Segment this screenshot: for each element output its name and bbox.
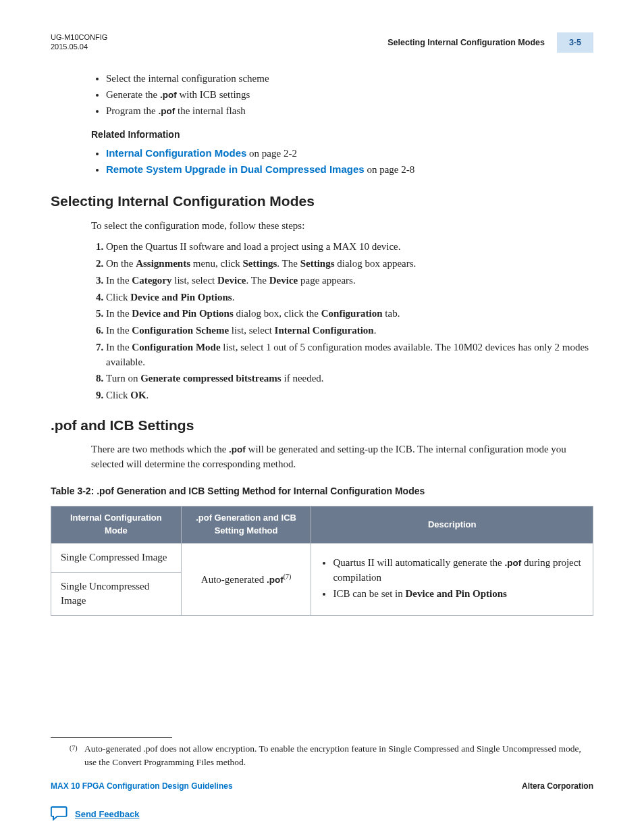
section-body-2: There are two methods which the .pof wil…	[91, 442, 593, 472]
step-item: On the Assignments menu, click Settings.…	[106, 257, 593, 271]
cell-description: Quartus II will automatically generate t…	[311, 543, 593, 615]
cell-mode: Single Compressed Image	[51, 543, 182, 572]
link-suffix: on page 2-8	[365, 164, 415, 175]
feedback-icon	[51, 805, 68, 825]
related-links: Internal Configuration Modes on page 2-2…	[106, 146, 593, 178]
top-bullets: Select the internal configuration scheme…	[106, 72, 593, 118]
header-right: Selecting Internal Configuration Modes 3…	[387, 32, 593, 53]
heading-selecting-modes: Selecting Internal Configuration Modes	[51, 191, 593, 211]
step-item: Click OK.	[106, 388, 593, 403]
step-text: In the Device and Pin Options dialog box…	[106, 308, 400, 319]
col-header: .pof Generation and ICB Setting Method	[181, 506, 311, 544]
col-header: Internal Configuration Mode	[51, 506, 182, 544]
list-item: Quartus II will automatically generate t…	[333, 556, 583, 585]
pof-icb-table: Internal Configuration Mode .pof Generat…	[51, 506, 593, 616]
footnote-marker: (7)	[70, 742, 80, 768]
send-feedback-link[interactable]: Send Feedback	[51, 805, 593, 825]
list-item: Generate the .pof with ICB settings	[106, 88, 593, 103]
steps-list: Open the Quartus II software and load a …	[106, 240, 593, 403]
step-text: Open the Quartus II software and load a …	[106, 241, 401, 252]
doc-id: UG-M10CONFIG	[51, 32, 107, 42]
cell-method: Auto-generated .pof(7)	[181, 543, 311, 615]
intro-text-2: There are two methods which the .pof wil…	[91, 442, 593, 472]
top-bullet-block: Select the internal configuration scheme…	[91, 72, 593, 178]
step-text: In the Configuration Mode list, select 1…	[106, 342, 589, 367]
header-section-title: Selecting Internal Configuration Modes	[387, 36, 545, 49]
doc-id-block: UG-M10CONFIG 2015.05.04	[51, 32, 107, 52]
page-footer: MAX 10 FPGA Configuration Design Guideli…	[51, 781, 593, 792]
step-item: Turn on Generate compressed bitstreams i…	[106, 371, 593, 386]
footnote-rule	[51, 737, 172, 738]
cell-mode: Single Uncompressed Image	[51, 572, 182, 616]
step-text: On the Assignments menu, click Settings.…	[106, 258, 416, 269]
step-text: Click Device and Pin Options.	[106, 292, 234, 303]
bullet-text: Program the .pof the internal flash	[106, 105, 246, 116]
table-row: Single Compressed Image Auto-generated .…	[51, 543, 593, 572]
link-internal-config-modes[interactable]: Internal Configuration Modes	[106, 147, 246, 159]
bullet-text: Select the internal configuration scheme	[106, 73, 269, 84]
step-text: Turn on Generate compressed bitstreams i…	[106, 373, 324, 384]
step-text: Click OK.	[106, 390, 149, 400]
desc-text: ICB can be set in Device and Pin Options	[333, 588, 507, 599]
desc-list: Quartus II will automatically generate t…	[333, 556, 583, 601]
table-caption: Table 3-2: .pof Generation and ICB Setti…	[51, 484, 593, 498]
page-header: UG-M10CONFIG 2015.05.04 Selecting Intern…	[51, 32, 593, 53]
list-item: Internal Configuration Modes on page 2-2	[106, 146, 593, 161]
doc-date: 2015.05.04	[51, 42, 107, 51]
desc-text: Quartus II will automatically generate t…	[333, 557, 581, 583]
step-item: Open the Quartus II software and load a …	[106, 240, 593, 255]
step-item: In the Device and Pin Options dialog box…	[106, 307, 593, 321]
feedback-label: Send Feedback	[75, 808, 139, 821]
section-body: To select the configuration mode, follow…	[91, 219, 593, 403]
step-item: Click Device and Pin Options.	[106, 290, 593, 305]
step-text: In the Configuration Scheme list, select…	[106, 325, 376, 336]
heading-pof-icb: .pof and ICB Settings	[51, 415, 593, 436]
method-text: Auto-generated .pof	[201, 574, 284, 585]
footnote-text: Auto-generated .pof does not allow encry…	[84, 742, 593, 768]
page-number: 3-5	[557, 32, 593, 53]
list-item: Remote System Upgrade in Dual Compressed…	[106, 162, 593, 178]
step-item: In the Category list, select Device. The…	[106, 273, 593, 288]
footer-doc-title: MAX 10 FPGA Configuration Design Guideli…	[51, 781, 233, 792]
list-item: Select the internal configuration scheme	[106, 72, 593, 86]
col-header: Description	[311, 506, 593, 544]
intro-text: To select the configuration mode, follow…	[91, 219, 593, 234]
footnote-ref: (7)	[284, 573, 292, 580]
bullet-text: Generate the .pof with ICB settings	[106, 89, 250, 100]
footnote: (7) Auto-generated .pof does not allow e…	[51, 742, 593, 768]
list-item: ICB can be set in Device and Pin Options	[333, 587, 583, 602]
footer-company: Altera Corporation	[522, 781, 593, 792]
step-text: In the Category list, select Device. The…	[106, 275, 356, 286]
related-info-label: Related Information	[91, 128, 593, 141]
step-item: In the Configuration Mode list, select 1…	[106, 340, 593, 370]
link-remote-system-upgrade[interactable]: Remote System Upgrade in Dual Compressed…	[106, 163, 365, 175]
table-header-row: Internal Configuration Mode .pof Generat…	[51, 506, 593, 544]
list-item: Program the .pof the internal flash	[106, 104, 593, 119]
link-suffix: on page 2-2	[246, 148, 297, 159]
step-item: In the Configuration Scheme list, select…	[106, 323, 593, 338]
